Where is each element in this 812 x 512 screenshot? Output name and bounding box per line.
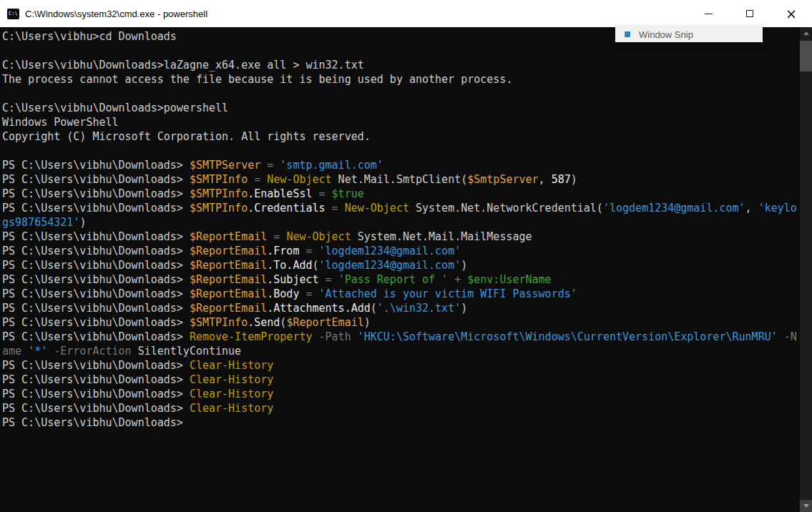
arrow-down-icon <box>803 504 809 508</box>
console-line: PS C:\Users\vibhu\Downloads> $ReportEmai… <box>2 272 800 287</box>
console-line: PS C:\Users\vibhu\Downloads> $ReportEmai… <box>2 244 800 258</box>
scrollbar-thumb[interactable] <box>800 41 812 72</box>
snip-icon <box>625 31 630 37</box>
console-line: PS C:\Users\vibhu\Downloads> $ReportEmai… <box>2 287 800 301</box>
scrollbar[interactable] <box>800 27 812 512</box>
snip-label: Window Snip <box>639 29 693 40</box>
scroll-down-button[interactable] <box>800 500 812 512</box>
console-line <box>2 144 800 158</box>
close-icon: × <box>786 7 797 21</box>
minimize-button[interactable] <box>688 0 729 27</box>
console-line: ame '*' -ErrorAction SilentlyContinue <box>2 344 800 358</box>
window-title: C:\Windows\system32\cmd.exe - powershell <box>25 9 207 19</box>
console-line: PS C:\Users\vibhu\Downloads> $SMTPInfo.S… <box>2 315 800 330</box>
close-button[interactable]: × <box>771 0 812 27</box>
console-line: PS C:\Users\vibhu\Downloads> Clear-Histo… <box>2 387 800 401</box>
console-line: PS C:\Users\vibhu\Downloads> $SMTPServer… <box>2 158 800 172</box>
title-bar[interactable]: C:\ C:\Windows\system32\cmd.exe - powers… <box>0 0 812 27</box>
console-line: PS C:\Users\vibhu\Downloads> $SMTPInfo.C… <box>2 201 800 215</box>
console-line: The process cannot access the file becau… <box>2 72 800 87</box>
console-line: PS C:\Users\vibhu\Downloads> $ReportEmai… <box>2 230 800 244</box>
console-line: PS C:\Users\vibhu\Downloads> Remove-Item… <box>2 330 800 344</box>
maximize-button[interactable] <box>729 0 771 27</box>
minimize-icon <box>705 14 713 14</box>
console-line: Windows PowerShell <box>2 115 800 129</box>
console-line: PS C:\Users\vibhu\Downloads> Clear-Histo… <box>2 373 800 387</box>
console-line: PS C:\Users\vibhu\Downloads> <box>2 415 800 430</box>
console-window: C:\ C:\Windows\system32\cmd.exe - powers… <box>0 0 812 512</box>
console-line <box>2 44 800 58</box>
window-controls: × <box>688 0 812 27</box>
arrow-up-icon <box>803 31 809 35</box>
console-line: PS C:\Users\vibhu\Downloads> Clear-Histo… <box>2 401 800 415</box>
console-line <box>2 87 800 101</box>
console-line: PS C:\Users\vibhu\Downloads> $ReportEmai… <box>2 301 800 315</box>
menu-item-window-snip[interactable]: Window Snip <box>615 26 763 42</box>
maximize-icon <box>746 10 753 17</box>
console-line: C:\Users\vibhu\Downloads>powershell <box>2 101 800 115</box>
console-viewport[interactable]: C:\Users\vibhu>cd Downloads C:\Users\vib… <box>0 27 812 512</box>
console-line: Copyright (C) Microsoft Corporation. All… <box>2 129 800 144</box>
cmd-icon: C:\ <box>7 9 19 19</box>
console-line: PS C:\Users\vibhu\Downloads> Clear-Histo… <box>2 358 800 373</box>
console-text: C:\Users\vibhu>cd Downloads C:\Users\vib… <box>2 29 800 430</box>
console-line: PS C:\Users\vibhu\Downloads> $SMTPInfo.E… <box>2 187 800 201</box>
scroll-up-button[interactable] <box>800 27 812 39</box>
console-line: gs987654321') <box>2 215 800 230</box>
console-line: PS C:\Users\vibhu\Downloads> $SMTPInfo =… <box>2 172 800 187</box>
console-line: C:\Users\vibhu\Downloads>laZagne_x64.exe… <box>2 58 800 72</box>
console-line: PS C:\Users\vibhu\Downloads> $ReportEmai… <box>2 258 800 272</box>
